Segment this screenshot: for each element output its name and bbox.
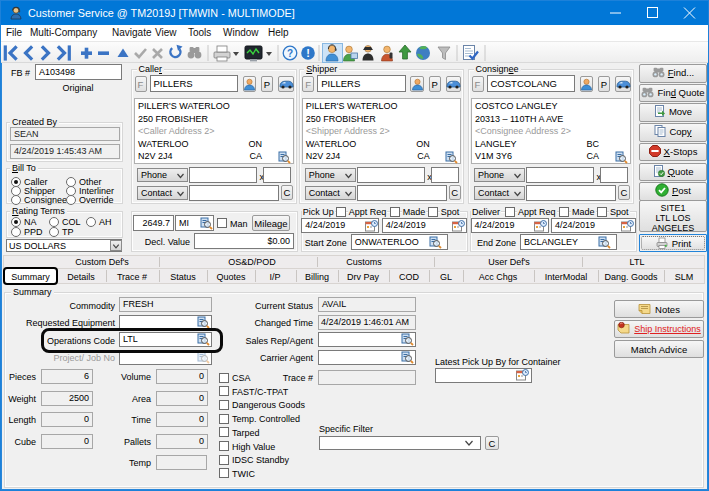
svg-text:!: ! <box>306 47 310 59</box>
svg-text:?: ? <box>287 48 293 59</box>
